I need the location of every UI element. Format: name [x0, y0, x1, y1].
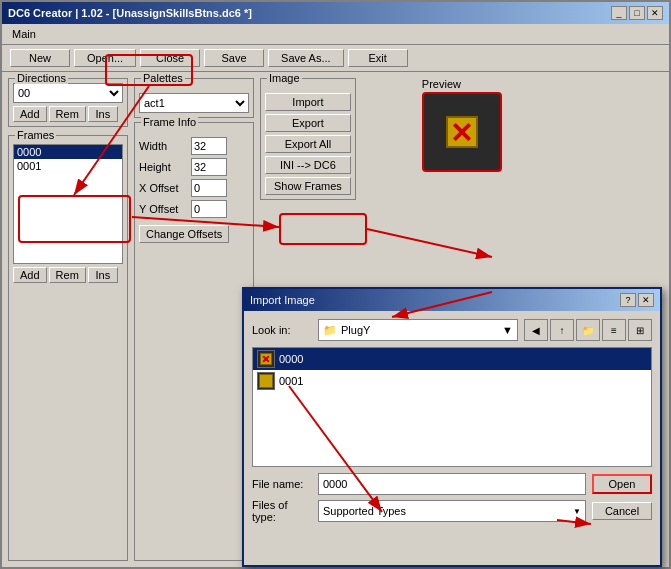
file-thumbnail	[257, 372, 275, 390]
preview-box	[422, 92, 502, 172]
close-button-toolbar[interactable]: Close	[140, 49, 200, 67]
filetype-value: Supported Types	[323, 505, 406, 517]
directions-rem-button[interactable]: Rem	[49, 106, 86, 122]
nav-back-button[interactable]: ◀	[524, 319, 548, 341]
y-offset-row: Y Offset	[139, 200, 249, 218]
filetype-arrow-icon: ▼	[573, 507, 581, 516]
palettes-select[interactable]: act1	[139, 93, 249, 113]
directions-select[interactable]: 00	[13, 83, 123, 103]
middle-panel: Palettes act1 Frame Info Width Height X …	[134, 78, 254, 561]
frames-btn-row: Add Rem Ins	[13, 267, 123, 283]
filetype-row: Files of type: Supported Types ▼ Cancel	[252, 499, 652, 523]
dialog-title-text: Import Image	[250, 294, 315, 306]
directions-btn-row: Add Rem Ins	[13, 106, 123, 122]
nav-list-button[interactable]: ≡	[602, 319, 626, 341]
look-in-label: Look in:	[252, 324, 312, 336]
import-dialog: Import Image ? ✕ Look in: 📁 PlugY ▼ ◀ ↑ …	[242, 287, 662, 567]
dialog-help-button[interactable]: ?	[620, 293, 636, 307]
change-offsets-button[interactable]: Change Offsets	[139, 225, 229, 243]
maximize-button[interactable]: □	[629, 6, 645, 20]
list-item[interactable]: 0000	[14, 145, 122, 159]
frames-ins-button[interactable]: Ins	[88, 267, 118, 283]
import-button[interactable]: Import	[265, 93, 351, 111]
list-item[interactable]: 0001	[253, 370, 651, 392]
dialog-title-bar: Import Image ? ✕	[244, 289, 660, 311]
exit-button[interactable]: Exit	[348, 49, 408, 67]
combo-arrow-icon: ▼	[502, 324, 513, 336]
show-frames-button[interactable]: Show Frames	[265, 177, 351, 195]
nav-detail-button[interactable]: ⊞	[628, 319, 652, 341]
directions-label: Directions	[15, 72, 68, 84]
image-group: Image Import Export Export All INI --> D…	[260, 78, 356, 200]
directions-add-button[interactable]: Add	[13, 106, 47, 122]
filename-input[interactable]	[318, 473, 586, 495]
cancel-button[interactable]: Cancel	[592, 502, 652, 520]
x-offset-row: X Offset	[139, 179, 249, 197]
y-offset-label: Y Offset	[139, 203, 187, 215]
dialog-title-buttons: ? ✕	[620, 293, 654, 307]
left-panel: Directions 00 Add Rem Ins Frames 0000 00…	[8, 78, 128, 561]
menu-item-main[interactable]: Main	[6, 26, 42, 42]
title-bar-buttons: _ □ ✕	[611, 6, 663, 20]
filetype-combo[interactable]: Supported Types ▼	[318, 500, 586, 522]
save-as-button[interactable]: Save As...	[268, 49, 344, 67]
frames-add-button[interactable]: Add	[13, 267, 47, 283]
minimize-button[interactable]: _	[611, 6, 627, 20]
directions-ins-button[interactable]: Ins	[88, 106, 118, 122]
file-thumbnail	[257, 350, 275, 368]
save-button[interactable]: Save	[204, 49, 264, 67]
close-button[interactable]: ✕	[647, 6, 663, 20]
export-button[interactable]: Export	[265, 114, 351, 132]
palettes-group: Palettes act1	[134, 78, 254, 118]
list-item[interactable]: 0001	[14, 159, 122, 173]
list-item[interactable]: 0000	[253, 348, 651, 370]
preview-image	[446, 116, 478, 148]
file-name: 0001	[279, 375, 303, 387]
height-label: Height	[139, 161, 187, 173]
width-row: Width	[139, 137, 249, 155]
file-name: 0000	[279, 353, 303, 365]
main-window: DC6 Creator | 1.02 - [UnassignSkillsBtns…	[0, 0, 671, 569]
preview-area: Preview	[362, 78, 663, 200]
dialog-close-button[interactable]: ✕	[638, 293, 654, 307]
frames-label: Frames	[15, 129, 56, 141]
x-offset-input[interactable]	[191, 179, 227, 197]
toolbar: New Open... Close Save Save As... Exit	[2, 45, 669, 72]
y-offset-input[interactable]	[191, 200, 227, 218]
folder-icon: 📁	[323, 324, 337, 337]
nav-new-button[interactable]: 📁	[576, 319, 600, 341]
x-offset-label: X Offset	[139, 182, 187, 194]
file-icon	[259, 374, 273, 388]
ini-dc6-button[interactable]: INI --> DC6	[265, 156, 351, 174]
window-title: DC6 Creator | 1.02 - [UnassignSkillsBtns…	[8, 7, 252, 19]
menu-bar: Main	[2, 24, 669, 45]
frames-rem-button[interactable]: Rem	[49, 267, 86, 283]
open-button[interactable]: Open...	[74, 49, 136, 67]
filename-label: File name:	[252, 478, 312, 490]
dialog-toolbar: ◀ ↑ 📁 ≡ ⊞	[524, 319, 652, 341]
width-input[interactable]	[191, 137, 227, 155]
filetype-label: Files of type:	[252, 499, 312, 523]
filename-row: File name: Open	[252, 473, 652, 495]
preview-label: Preview	[422, 78, 663, 90]
look-in-row: Look in: 📁 PlugY ▼ ◀ ↑ 📁 ≡ ⊞	[252, 319, 652, 341]
image-preview-row: Image Import Export Export All INI --> D…	[260, 78, 663, 200]
new-button[interactable]: New	[10, 49, 70, 67]
image-label: Image	[267, 72, 302, 84]
width-label: Width	[139, 140, 187, 152]
frames-list[interactable]: 0000 0001	[13, 144, 123, 264]
dialog-body: Look in: 📁 PlugY ▼ ◀ ↑ 📁 ≡ ⊞	[244, 311, 660, 535]
palettes-label: Palettes	[141, 72, 185, 84]
height-row: Height	[139, 158, 249, 176]
directions-group: Directions 00 Add Rem Ins	[8, 78, 128, 127]
height-input[interactable]	[191, 158, 227, 176]
file-list[interactable]: 0000 0001	[252, 347, 652, 467]
frames-group: Frames 0000 0001 Add Rem Ins	[8, 135, 128, 561]
title-bar: DC6 Creator | 1.02 - [UnassignSkillsBtns…	[2, 2, 669, 24]
look-in-combo[interactable]: 📁 PlugY ▼	[318, 319, 518, 341]
look-in-value: PlugY	[341, 324, 370, 336]
export-all-button[interactable]: Export All	[265, 135, 351, 153]
nav-up-button[interactable]: ↑	[550, 319, 574, 341]
open-button-dialog[interactable]: Open	[592, 474, 652, 494]
frame-info-group: Frame Info Width Height X Offset Y Offse…	[134, 122, 254, 561]
